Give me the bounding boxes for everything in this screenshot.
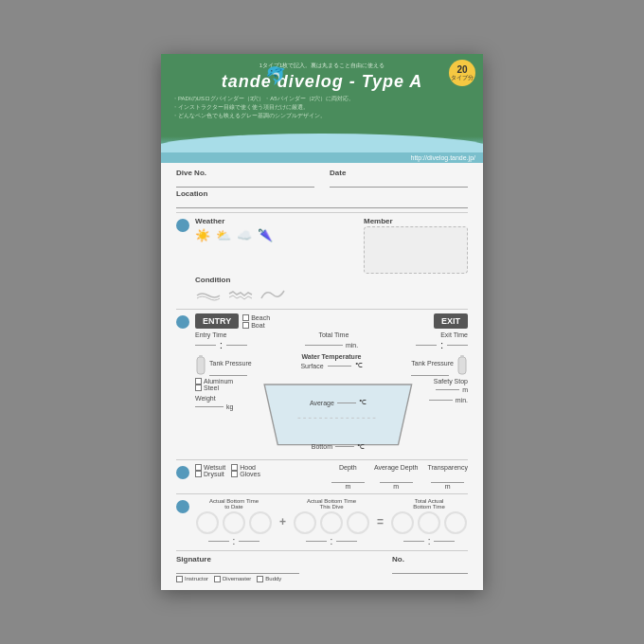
total-time-input[interactable]: min. (305, 342, 358, 349)
bt-this-dive-m[interactable] (336, 541, 357, 542)
hood-checkbox-item[interactable]: Hood (231, 464, 260, 471)
entry-exit-row: ENTRY Beach Boat EXIT (176, 313, 468, 456)
signature-input[interactable] (176, 564, 299, 574)
steel-checkbox-item[interactable]: Steel (195, 385, 247, 391)
location-label: Location (176, 189, 468, 198)
buddy-checkbox-item[interactable]: Buddy (257, 576, 281, 582)
wetsuit-checkbox[interactable] (195, 464, 202, 471)
safety-stop-m-input[interactable] (436, 389, 459, 390)
total-bt-h[interactable] (403, 541, 424, 542)
member-box[interactable] (364, 226, 468, 274)
avg-temp-input[interactable] (337, 402, 356, 403)
gloves-checkbox[interactable] (231, 471, 238, 477)
divemaster-label: Divemaster (223, 576, 251, 581)
surface-temp-input[interactable] (328, 366, 351, 367)
entry-time-line-m[interactable] (226, 345, 247, 346)
avg-depth-label: Average Depth (374, 464, 419, 471)
tank-icon-right (456, 353, 468, 376)
depth-field: Depth m (331, 464, 365, 490)
exit-time-input[interactable]: : (416, 340, 468, 350)
bottom-label: Bottom (312, 443, 332, 450)
total-time-line[interactable] (305, 345, 343, 346)
total-actual-bt-sub: Bottom Time (413, 504, 445, 510)
aluminum-checkbox-item[interactable]: Aluminum (195, 378, 247, 385)
exit-time-line-m[interactable] (447, 345, 468, 346)
total-bt-input[interactable]: : (403, 536, 456, 546)
divemaster-checkbox-item[interactable]: Divemaster (214, 576, 251, 582)
equals-operator: = (377, 515, 384, 528)
date-field: Date (330, 169, 468, 188)
hood-col: Hood Gloves (231, 464, 260, 477)
bottom-temp-input[interactable] (335, 446, 354, 447)
drysuit-checkbox[interactable] (195, 471, 202, 477)
hood-checkbox[interactable] (231, 464, 238, 471)
weight-input[interactable] (195, 406, 224, 407)
header-bullets: ・PADIのUSログバインダー（3穴）・A5バインダー（2穴）に両対応。 ・イン… (172, 95, 472, 120)
bt-this-dive-input[interactable]: : (306, 536, 358, 546)
wetsuit-checkbox-item[interactable]: Wetsuit (195, 464, 225, 471)
beach-checkbox-item[interactable]: Beach (242, 314, 270, 321)
badge-number: 20 (456, 65, 467, 75)
aluminum-checkbox[interactable] (195, 378, 202, 385)
tank-pressure-right: Tank Pressure (411, 353, 468, 376)
avg-temp-row: Average ℃ (310, 399, 367, 406)
water-temp-section: Water Temperature Surface ℃ (300, 353, 362, 376)
safety-stop-label: Safety Stop (434, 378, 468, 385)
badge: 20 タイプ分 (449, 60, 475, 86)
bt-this-dive-h[interactable] (306, 541, 327, 542)
boat-checkbox[interactable] (242, 322, 249, 329)
bottom-time-fields: Actual Bottom Time to Date : (195, 498, 468, 546)
entry-checkboxes: Beach Boat (242, 314, 270, 329)
boat-checkbox-item[interactable]: Boat (242, 322, 270, 329)
dive-no-input[interactable] (176, 178, 314, 188)
tank-pressure-left-input[interactable] (209, 367, 247, 376)
member-section: Member (364, 217, 468, 274)
rain-icon: 🌂 (258, 228, 273, 242)
location-input[interactable] (176, 199, 468, 208)
gloves-label: Gloves (240, 471, 260, 477)
entry-time-input[interactable]: : (195, 340, 247, 350)
buddy-checkbox[interactable] (257, 576, 263, 582)
safety-stop-min-input[interactable] (429, 400, 453, 401)
exit-button[interactable]: EXIT (434, 313, 468, 329)
entry-button[interactable]: ENTRY (195, 313, 239, 329)
sun-icon: ☀️ (195, 228, 210, 242)
divider-1 (176, 212, 468, 213)
dive-no-field: Dive No. (176, 169, 314, 188)
m-label-2: m (345, 483, 350, 490)
total-bt-m[interactable] (434, 541, 455, 542)
instructor-checkbox-item[interactable]: Instructor (176, 576, 208, 582)
weather-label: Weather (195, 217, 356, 225)
no-input[interactable] (392, 564, 468, 574)
svg-rect-1 (199, 355, 203, 358)
tank-pressure-right-input[interactable] (411, 367, 449, 376)
steel-checkbox[interactable] (195, 385, 202, 391)
drysuit-checkbox-item[interactable]: Drysuit (195, 471, 225, 477)
surface-label: Surface (300, 363, 323, 369)
bottom-time-content: Actual Bottom Time to Date : (195, 498, 468, 546)
bt-to-date-h[interactable] (208, 541, 229, 542)
exit-time-line-h[interactable] (416, 345, 437, 346)
instructor-checkbox[interactable] (176, 576, 183, 582)
bullet-3: ・どんなペン色でも映えるグレー基調のシンプルデザイン。 (172, 112, 472, 120)
bt-to-date-input[interactable]: : (208, 536, 260, 546)
water-temp-label: Water Temperature (300, 353, 362, 360)
min-label: min. (346, 342, 358, 349)
date-input[interactable] (330, 178, 468, 188)
wave-decoration (161, 126, 483, 152)
weight-label: Weight (195, 395, 247, 402)
gear-depth-row: Wetsuit Drysuit Hood (176, 464, 468, 490)
entry-time-line-h[interactable] (195, 345, 216, 346)
beach-checkbox[interactable] (242, 314, 249, 321)
min2-label: min. (456, 397, 468, 403)
celsius-2: ℃ (359, 399, 367, 406)
bt-to-date-m[interactable] (239, 541, 259, 542)
sig-role-checkboxes: Instructor Divemaster Buddy (176, 576, 468, 582)
divemaster-checkbox[interactable] (214, 576, 221, 582)
svg-rect-2 (458, 357, 466, 374)
depth-label: Depth (339, 464, 357, 471)
plus-operator: + (279, 515, 286, 528)
gloves-checkbox-item[interactable]: Gloves (231, 471, 260, 477)
ring-icon-9 (444, 511, 467, 534)
member-label: Member (364, 217, 468, 225)
